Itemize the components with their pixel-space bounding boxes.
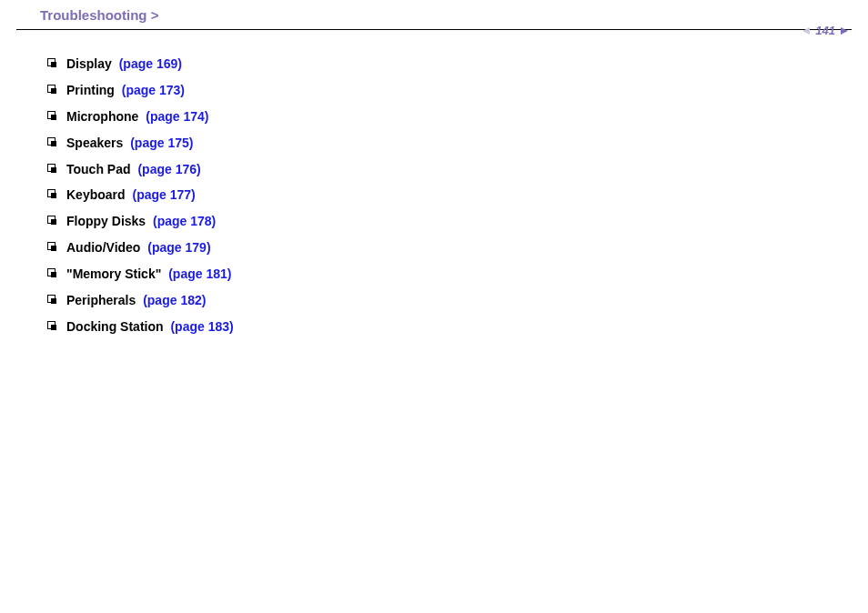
list-item: Speakers (page 175) (47, 135, 868, 152)
item-page-link[interactable]: (page 176) (137, 162, 200, 176)
item-label: Peripherals (66, 293, 136, 307)
bullet-icon (47, 189, 56, 197)
item-page-link[interactable]: (page 174) (146, 109, 208, 124)
content-list: Display (page 169) Printing (page 173) M… (0, 30, 868, 336)
item-label: "Memory Stick" (66, 266, 161, 281)
item-label: Speakers (66, 136, 123, 150)
bullet-icon (47, 242, 56, 250)
item-label: Display (66, 56, 112, 71)
list-item: Docking Station (page 183) (47, 318, 868, 336)
bullet-icon (47, 216, 56, 224)
item-page-link[interactable]: (page 179) (147, 240, 210, 255)
page-number: 141 (815, 24, 835, 37)
bullet-icon (47, 58, 56, 66)
bullet-icon (47, 321, 56, 329)
list-item: Printing (page 173) (47, 82, 868, 99)
item-label: Audio/Video (66, 240, 140, 255)
list-item: Microphone (page 174) (47, 108, 868, 126)
item-label: Printing (66, 83, 115, 97)
list-item: Audio/Video (page 179) (47, 239, 868, 256)
bullet-icon (47, 85, 56, 93)
bullet-icon (47, 268, 56, 276)
bullet-icon (47, 295, 56, 303)
item-page-link[interactable]: (page 177) (132, 187, 195, 202)
item-page-link[interactable]: (page 178) (153, 214, 216, 228)
list-item: Display (page 169) (47, 55, 868, 73)
next-page-icon[interactable] (841, 27, 848, 35)
list-item: Touch Pad (page 176) (47, 161, 868, 178)
item-page-link[interactable]: (page 182) (143, 293, 206, 307)
item-page-link[interactable]: (page 183) (170, 319, 233, 334)
item-page-link[interactable]: (page 169) (119, 56, 182, 71)
item-label: Touch Pad (66, 162, 131, 176)
item-page-link[interactable]: (page 181) (168, 266, 231, 281)
item-label: Keyboard (66, 187, 126, 202)
bullet-icon (47, 164, 56, 172)
section-title: Troubleshooting > (40, 7, 158, 23)
list-item: "Memory Stick" (page 181) (47, 266, 868, 283)
prev-page-icon[interactable] (802, 27, 810, 35)
item-label: Floppy Disks (66, 214, 146, 228)
item-page-link[interactable]: (page 173) (122, 83, 185, 97)
list-item: Floppy Disks (page 178) (47, 213, 868, 230)
item-label: Docking Station (66, 319, 164, 334)
page-header: Troubleshooting > 141 (0, 0, 868, 29)
page-navigation: 141 (802, 24, 848, 37)
bullet-icon (47, 111, 56, 119)
item-label: Microphone (66, 109, 138, 124)
bullet-icon (47, 137, 56, 146)
item-page-link[interactable]: (page 175) (130, 136, 193, 150)
list-item: Keyboard (page 177) (47, 186, 868, 204)
list-item: Peripherals (page 182) (47, 292, 868, 309)
